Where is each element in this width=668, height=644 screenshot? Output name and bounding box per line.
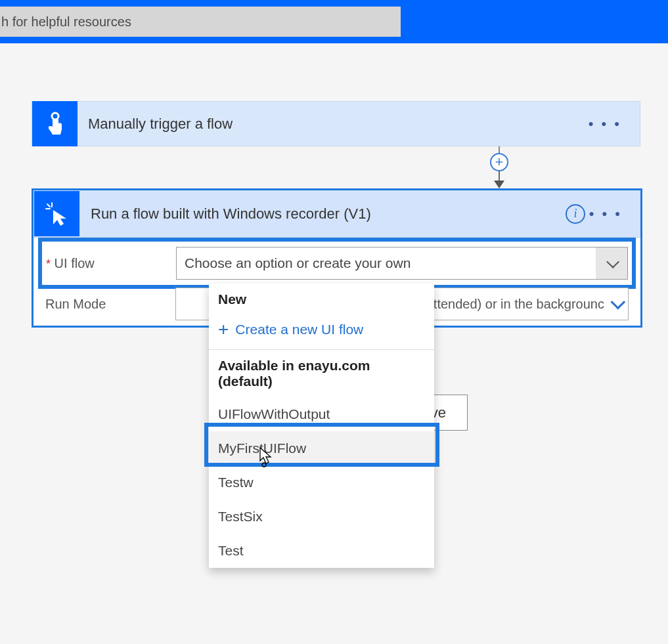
connector: + <box>330 146 668 188</box>
cursor-sparkle-icon <box>44 201 70 227</box>
dropdown-option[interactable]: Testw <box>209 465 434 500</box>
top-header <box>0 0 668 43</box>
dropdown-option-myfirstuiflow[interactable]: MyFirstUIFlow <box>209 431 434 465</box>
dropdown-option[interactable]: Test <box>209 534 434 568</box>
manual-trigger-icon <box>43 111 67 137</box>
dropdown-section-new: New <box>209 284 434 315</box>
ui-flow-dropdown-panel: New + Create a new UI flow Available in … <box>209 284 434 568</box>
search-input[interactable] <box>0 7 401 37</box>
trigger-card[interactable]: Manually trigger a flow • • • <box>32 101 640 146</box>
arrow-down-icon <box>494 181 504 188</box>
create-new-ui-flow[interactable]: + Create a new UI flow <box>209 315 434 349</box>
action-more-icon[interactable]: • • • <box>589 205 622 223</box>
dropdown-option[interactable]: TestSix <box>209 500 434 534</box>
trigger-icon-box <box>32 101 78 146</box>
info-icon[interactable]: i <box>566 204 585 224</box>
plus-icon: + <box>218 323 229 336</box>
action-icon-box <box>34 191 79 236</box>
action-title: Run a flow built with Windows recorder (… <box>80 205 371 223</box>
trigger-more-icon[interactable]: • • • <box>589 116 621 133</box>
ui-flow-dropdown[interactable]: Choose an option or create your own <box>176 247 628 280</box>
trigger-title: Manually trigger a flow <box>78 116 233 133</box>
svg-point-0 <box>52 113 58 119</box>
chevron-down-icon[interactable] <box>596 247 627 279</box>
run-mode-label: Run Mode <box>45 297 175 312</box>
ui-flow-placeholder: Choose an option or create your own <box>177 255 596 271</box>
ui-flow-label: * UI flow <box>46 256 176 271</box>
add-step-button[interactable]: + <box>490 153 508 171</box>
ui-flow-row-highlight: * UI flow Choose an option or create you… <box>38 238 636 289</box>
action-header[interactable]: Run a flow built with Windows recorder (… <box>33 190 640 238</box>
dropdown-section-available: Available in enayu.com (default) <box>209 350 434 397</box>
chevron-down-icon[interactable] <box>611 295 626 310</box>
dropdown-option[interactable]: UIFlowWithOutput <box>209 397 434 431</box>
